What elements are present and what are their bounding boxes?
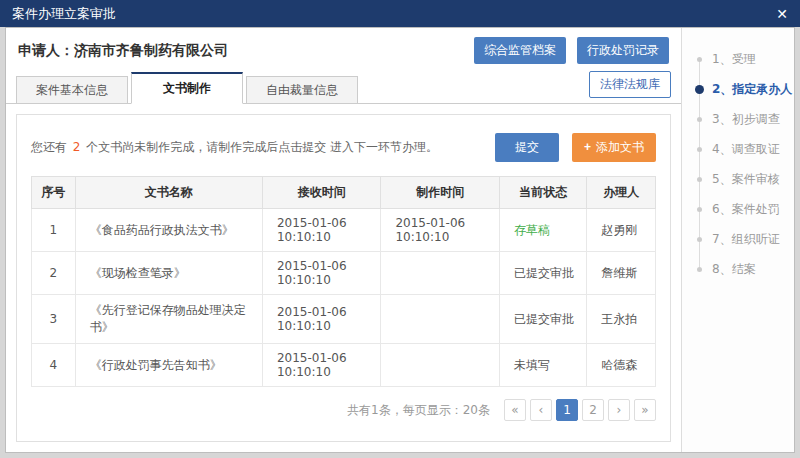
step-label: 6、案件处罚 [712, 202, 780, 216]
page-1-button[interactable]: 1 [556, 399, 578, 421]
step-7-hearing[interactable]: 7、组织听证 [682, 224, 794, 254]
notice-suffix: 个文书尚未制作完成，请制作完成后点击提交 进入下一环节办理。 [82, 140, 438, 154]
step-dot-icon [695, 85, 704, 94]
col-handler: 办理人 [587, 177, 656, 209]
step-label: 4、调查取证 [712, 142, 780, 156]
step-label: 2、指定承办人 [712, 82, 792, 96]
cell-doc-name[interactable]: 《行政处罚事先告知书》 [75, 344, 262, 387]
col-doc-name: 文书名称 [75, 177, 262, 209]
step-label: 7、组织听证 [712, 232, 780, 246]
add-document-label: 添加文书 [596, 140, 644, 154]
cell-seq: 2 [32, 252, 76, 295]
cell-receive-time: 2015-01-06 10:10:10 [262, 344, 381, 387]
step-dot-icon [697, 267, 702, 272]
step-dot-icon [697, 237, 702, 242]
cell-status: 已提交审批 [499, 252, 586, 295]
table-row[interactable]: 3 《先行登记保存物品处理决定书》 2015-01-06 10:10:10 已提… [32, 295, 656, 344]
modal-title: 案件办理立案审批 [12, 5, 116, 23]
add-document-button[interactable]: +添加文书 [572, 133, 656, 162]
tab-discretion-info[interactable]: 自由裁量信息 [246, 76, 358, 103]
step-4-evidence-collection[interactable]: 4、调查取证 [682, 134, 794, 164]
step-dot-icon [697, 207, 702, 212]
case-approval-modal: 案件办理立案审批 ✕ 申请人：济南市齐鲁制药有限公司 综合监管档案 行政处罚记录… [0, 0, 800, 458]
col-create-time: 制作时间 [381, 177, 500, 209]
prev-page-button[interactable]: ‹ [530, 399, 552, 421]
modal-body: 申请人：济南市齐鲁制药有限公司 综合监管档案 行政处罚记录 案件基本信息 文书制… [5, 27, 795, 453]
last-page-button[interactable]: » [634, 399, 656, 421]
notice-row: 您还有 2 个文书尚未制作完成，请制作完成后点击提交 进入下一环节办理。 提交 … [31, 133, 656, 162]
step-8-close-case[interactable]: 8、结案 [682, 254, 794, 284]
cell-seq: 4 [32, 344, 76, 387]
col-receive-time: 接收时间 [262, 177, 381, 209]
close-icon[interactable]: ✕ [776, 7, 788, 21]
tab-case-basic-info[interactable]: 案件基本信息 [16, 76, 128, 103]
cell-create-time [381, 344, 500, 387]
modal-titlebar: 案件办理立案审批 ✕ [0, 0, 800, 27]
tab-document-creation[interactable]: 文书制作 [131, 72, 243, 104]
step-label: 1、受理 [712, 52, 756, 66]
col-status: 当前状态 [499, 177, 586, 209]
tabbar: 案件基本信息 文书制作 自由裁量信息 法律法规库 [6, 72, 681, 104]
step-dot-icon [697, 147, 702, 152]
cell-create-time [381, 252, 500, 295]
cell-seq: 3 [32, 295, 76, 344]
step-5-case-review[interactable]: 5、案件审核 [682, 164, 794, 194]
cell-seq: 1 [32, 209, 76, 252]
cell-create-time: 2015-01-06 10:10:10 [381, 209, 500, 252]
pending-count: 2 [73, 140, 81, 154]
comprehensive-archive-button[interactable]: 综合监管档案 [474, 37, 566, 64]
action-buttons: 提交 +添加文书 [495, 133, 656, 162]
table-row[interactable]: 2 《现场检查笔录》 2015-01-06 10:10:10 已提交审批 詹维斯 [32, 252, 656, 295]
table-row[interactable]: 4 《行政处罚事先告知书》 2015-01-06 10:10:10 未填写 哈德… [32, 344, 656, 387]
notice-prefix: 您还有 [31, 140, 71, 154]
steps-sidebar: 1、受理 2、指定承办人 3、初步调查 4、调查取证 5、案件审核 6、案件处罚… [681, 28, 794, 452]
table-header-row: 序号 文书名称 接收时间 制作时间 当前状态 办理人 [32, 177, 656, 209]
plus-icon: + [584, 140, 591, 154]
col-seq: 序号 [32, 177, 76, 209]
cell-handler: 王永拍 [587, 295, 656, 344]
header-buttons: 综合监管档案 行政处罚记录 [468, 37, 669, 64]
step-dot-icon [697, 117, 702, 122]
step-3-preliminary-investigation[interactable]: 3、初步调查 [682, 104, 794, 134]
step-label: 8、结案 [712, 262, 756, 276]
cell-handler: 赵勇刚 [587, 209, 656, 252]
applicant-label: 申请人：济南市齐鲁制药有限公司 [18, 42, 228, 60]
document-content-box: 您还有 2 个文书尚未制作完成，请制作完成后点击提交 进入下一环节办理。 提交 … [16, 114, 671, 442]
cell-status: 未填写 [499, 344, 586, 387]
cell-create-time [381, 295, 500, 344]
step-dot-icon [697, 57, 702, 62]
step-6-case-penalty[interactable]: 6、案件处罚 [682, 194, 794, 224]
cell-status: 存草稿 [499, 209, 586, 252]
cell-receive-time: 2015-01-06 10:10:10 [262, 209, 381, 252]
cell-doc-name[interactable]: 《食品药品行政执法文书》 [75, 209, 262, 252]
table-row[interactable]: 1 《食品药品行政执法文书》 2015-01-06 10:10:10 2015-… [32, 209, 656, 252]
step-label: 5、案件审核 [712, 172, 780, 186]
step-2-assign-handler[interactable]: 2、指定承办人 [682, 74, 794, 104]
pagination: 共有1条，每页显示：20条 « ‹ 1 2 › » [31, 399, 656, 421]
cell-handler: 詹维斯 [587, 252, 656, 295]
cell-status: 已提交审批 [499, 295, 586, 344]
submit-button[interactable]: 提交 [495, 133, 559, 162]
notice-text: 您还有 2 个文书尚未制作完成，请制作完成后点击提交 进入下一环节办理。 [31, 139, 438, 156]
main-panel: 申请人：济南市齐鲁制药有限公司 综合监管档案 行政处罚记录 案件基本信息 文书制… [6, 28, 681, 452]
step-1-accept[interactable]: 1、受理 [682, 44, 794, 74]
header-row: 申请人：济南市齐鲁制药有限公司 综合监管档案 行政处罚记录 [6, 28, 681, 72]
page-2-button[interactable]: 2 [582, 399, 604, 421]
step-dot-icon [697, 177, 702, 182]
step-label: 3、初步调查 [712, 112, 780, 126]
penalty-record-button[interactable]: 行政处罚记录 [577, 37, 669, 64]
cell-receive-time: 2015-01-06 10:10:10 [262, 295, 381, 344]
documents-table: 序号 文书名称 接收时间 制作时间 当前状态 办理人 1 《食品药品行政执法文书… [31, 176, 656, 387]
first-page-button[interactable]: « [504, 399, 526, 421]
cell-receive-time: 2015-01-06 10:10:10 [262, 252, 381, 295]
cell-handler: 哈德森 [587, 344, 656, 387]
cell-doc-name[interactable]: 《先行登记保存物品处理决定书》 [75, 295, 262, 344]
page-summary: 共有1条，每页显示：20条 [347, 402, 490, 419]
law-library-button[interactable]: 法律法规库 [589, 71, 671, 98]
next-page-button[interactable]: › [608, 399, 630, 421]
cell-doc-name[interactable]: 《现场检查笔录》 [75, 252, 262, 295]
